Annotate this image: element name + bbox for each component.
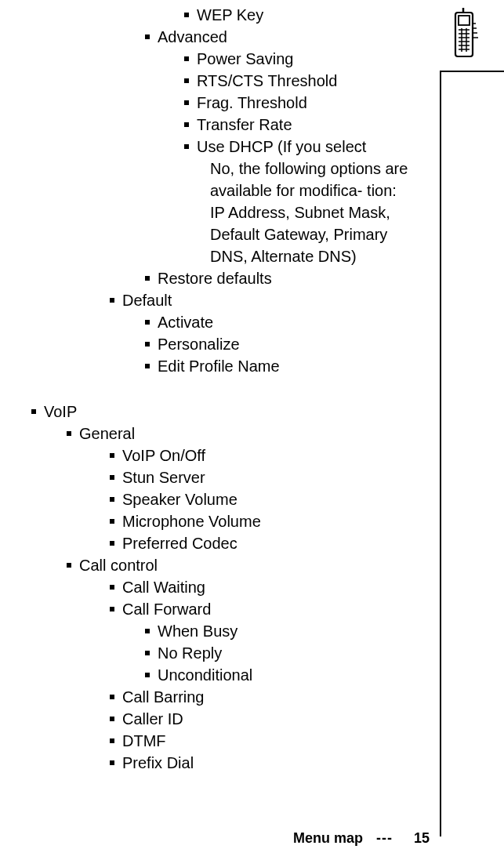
bullet-icon — [145, 276, 150, 281]
svg-rect-2 — [459, 16, 470, 25]
text: Call Waiting — [122, 579, 205, 596]
text: When Busy — [158, 622, 237, 640]
bullet-icon — [110, 738, 114, 743]
list-item: Activate — [16, 311, 433, 333]
text: Use DHCP (If you select — [197, 138, 366, 155]
text: Default — [122, 292, 172, 309]
text: RTS/CTS Threshold — [197, 72, 337, 89]
bullet-icon — [184, 100, 189, 105]
bullet-icon — [145, 629, 150, 633]
text: Activate — [158, 314, 213, 331]
text: Call control — [79, 557, 158, 574]
bullet-icon — [110, 760, 114, 765]
text: Call Barring — [122, 688, 204, 706]
text-continuation: DNS, Alternate DNS) — [16, 245, 433, 267]
list-item: Stun Server — [16, 466, 433, 488]
text: Advanced — [158, 28, 227, 45]
bullet-icon — [145, 34, 150, 39]
list-item: Advanced — [16, 26, 433, 48]
text: Microphone Volume — [122, 513, 261, 530]
text: Speaker Volume — [122, 491, 237, 508]
list-item: VoIP — [16, 401, 433, 423]
text-continuation: available for modifica- tion: — [16, 180, 433, 201]
text: Call Forward — [122, 601, 211, 618]
list-item: Restore defaults — [16, 267, 433, 289]
bullet-icon — [110, 497, 114, 502]
list-item: Speaker Volume — [16, 488, 433, 510]
footer-separator: --- — [376, 829, 393, 848]
text: Prefix Dial — [122, 754, 194, 771]
list-item: Default — [16, 289, 433, 311]
list-item: Call Waiting — [16, 576, 433, 598]
text: No Reply — [158, 644, 222, 662]
text: Caller ID — [122, 710, 183, 728]
text: Power Saving — [197, 50, 293, 67]
footer-title: Menu map — [293, 830, 363, 846]
text: VoIP — [44, 403, 77, 420]
bullet-icon — [184, 13, 189, 17]
list-item: General — [16, 423, 433, 445]
list-item: Call Forward — [16, 598, 433, 620]
list-item: WEP Key — [16, 4, 433, 26]
bullet-icon — [184, 144, 189, 149]
bullet-icon — [110, 607, 114, 611]
bullet-icon — [145, 342, 150, 347]
bullet-icon — [110, 298, 114, 303]
bullet-icon — [110, 453, 114, 458]
footer: Menu map --- 15 — [293, 829, 430, 848]
list-item: Caller ID — [16, 708, 433, 730]
list-item: DTMF — [16, 730, 433, 752]
list-item: Preferred Codec — [16, 532, 433, 554]
list-item: Frag. Threshold — [16, 92, 433, 114]
phone-icon — [451, 8, 482, 61]
text: Edit Profile Name — [158, 357, 280, 375]
bullet-icon — [110, 695, 114, 699]
bullet-icon — [67, 431, 71, 436]
list-item: Microphone Volume — [16, 510, 433, 532]
text: DTMF — [122, 732, 166, 749]
text: Transfer Rate — [197, 116, 292, 133]
bullet-icon — [145, 364, 150, 368]
text-continuation: Default Gateway, Primary — [16, 223, 433, 245]
text: VoIP On/Off — [122, 447, 205, 464]
bullet-icon — [67, 563, 71, 568]
text: Restore defaults — [158, 270, 272, 287]
list-item: When Busy — [16, 620, 433, 642]
divider-horizontal — [441, 71, 504, 72]
bullet-icon — [184, 122, 189, 127]
text: Personalize — [158, 336, 240, 353]
text: General — [79, 425, 135, 442]
list-item: Call control — [16, 554, 433, 576]
text: Unconditional — [158, 666, 252, 684]
bullet-icon — [110, 585, 114, 590]
text-continuation: No, the following options are — [16, 158, 433, 180]
bullet-icon — [110, 475, 114, 480]
page: WEP Key Advanced Power Saving RTS/CTS Th… — [0, 0, 504, 860]
page-number: 15 — [414, 830, 430, 846]
divider-vertical — [440, 71, 441, 836]
bullet-icon — [110, 717, 114, 721]
list-item: VoIP On/Off — [16, 445, 433, 466]
bullet-icon — [184, 78, 189, 83]
list-item: RTS/CTS Threshold — [16, 70, 433, 92]
list-item: Transfer Rate — [16, 114, 433, 136]
list-item: No Reply — [16, 642, 433, 664]
text: Frag. Threshold — [197, 94, 307, 111]
text: Preferred Codec — [122, 535, 237, 552]
bullet-icon — [145, 320, 150, 325]
text: Stun Server — [122, 469, 205, 486]
list-item: Use DHCP (If you select — [16, 136, 433, 158]
bullet-icon — [31, 409, 36, 414]
bullet-icon — [110, 541, 114, 546]
list-item: Edit Profile Name — [16, 355, 433, 377]
list-item: Call Barring — [16, 686, 433, 708]
bullet-icon — [110, 519, 114, 524]
text: WEP Key — [197, 6, 263, 24]
bullet-icon — [145, 673, 150, 677]
list-item: Personalize — [16, 333, 433, 355]
list-item: Prefix Dial — [16, 752, 433, 774]
bullet-icon — [184, 56, 189, 61]
text-continuation: IP Address, Subnet Mask, — [16, 201, 433, 223]
list-item: Unconditional — [16, 664, 433, 686]
bullet-icon — [145, 651, 150, 655]
